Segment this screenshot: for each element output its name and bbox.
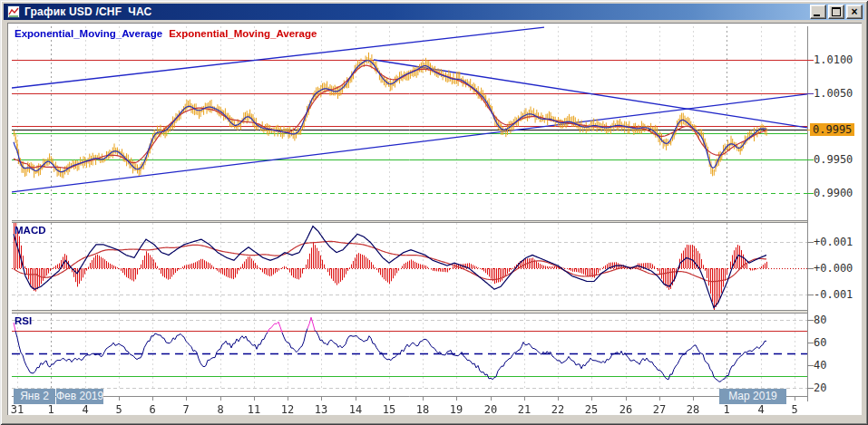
x-axis-day-label: 5 (782, 403, 807, 416)
rsi-axis-label: 20 (814, 382, 826, 394)
rsi-panel-label: RSI (15, 315, 32, 326)
indicator-legend: Exponential_Moving_AverageExponential_Mo… (15, 28, 317, 39)
price-axis-label-tick (807, 60, 814, 61)
price-axis-label-tick (807, 159, 814, 160)
window-title: График USD /CHF ЧАС (24, 5, 808, 18)
month-marker-label: Янв 2 (14, 389, 55, 404)
macd-chart-canvas[interactable] (12, 223, 807, 310)
x-axis-day-label: 4 (748, 403, 774, 416)
macd-axis-label: -0.001 (814, 288, 853, 301)
close-icon: × (851, 7, 857, 16)
x-axis-day-label: 21 (512, 403, 537, 416)
x-axis-day-label: 20 (478, 403, 503, 416)
rsi-axis-label-tick (807, 343, 814, 343)
macd-axis-label: +0.001 (814, 236, 853, 248)
rsi-axis-label-tick (807, 365, 814, 366)
maximize-button[interactable] (828, 5, 844, 19)
rsi-axis-label: 40 (814, 359, 826, 372)
price-axis-label: 1.0100 (814, 53, 853, 66)
rsi-axis-label: 80 (814, 314, 826, 326)
time-axis-canvas (12, 391, 807, 401)
macd-axis-label-tick (807, 295, 814, 295)
price-axis-label-tick (807, 93, 814, 94)
x-axis-day-label: 25 (579, 403, 604, 416)
x-axis-day-label: 6 (140, 403, 165, 416)
x-axis-day-label: 1 (38, 403, 63, 416)
macd-axis-label-tick (807, 268, 814, 269)
x-axis-day-label: 27 (647, 403, 672, 416)
x-axis-day-label: 11 (241, 403, 267, 416)
rsi-chart-canvas[interactable] (12, 314, 807, 391)
x-axis-day-label: 7 (173, 403, 199, 416)
price-axis-label: 1.0050 (814, 87, 853, 100)
chart-app-icon (7, 5, 20, 18)
macd-axis-label: +0.000 (814, 262, 853, 275)
application-window: График USD /CHF ЧАС × Exponential_Moving… (0, 0, 868, 425)
minimize-icon (814, 14, 820, 16)
x-axis-day-label: 18 (410, 403, 435, 416)
minimize-button[interactable] (810, 5, 826, 19)
price-axis-label-tick (807, 193, 814, 194)
price-axis-label: 0.9900 (814, 187, 853, 199)
x-axis-day-label: 19 (444, 403, 469, 416)
legend-ema-fast: Exponential_Moving_Average (15, 28, 162, 39)
x-axis-day-label: 12 (275, 403, 300, 416)
x-axis-day-label: 22 (545, 403, 571, 416)
price-chart-canvas[interactable] (12, 26, 807, 220)
month-marker-label: Мар 2019 (719, 389, 786, 404)
x-axis-day-label: 13 (308, 403, 334, 416)
rsi-axis-label-tick (807, 320, 814, 321)
legend-ema-slow: Exponential_Moving_Average (169, 28, 317, 39)
price-axis-label: 0.9950 (814, 153, 853, 166)
macd-panel-label: MACD (15, 225, 46, 236)
rsi-axis-label: 60 (814, 336, 826, 349)
rsi-axis-label-tick (807, 388, 814, 389)
x-axis-day-label: 8 (208, 403, 233, 416)
x-axis-day-label: 15 (376, 403, 402, 416)
x-axis-day-label: 31 (5, 403, 30, 416)
current-price-label: 0.9995 (810, 123, 854, 136)
x-axis-day-label: 1 (714, 403, 739, 416)
x-axis-day-label: 28 (680, 403, 706, 416)
x-axis-day-label: 14 (343, 403, 368, 416)
maximize-icon (832, 7, 841, 16)
x-axis-day-label: 26 (613, 403, 639, 416)
close-button[interactable]: × (846, 5, 863, 19)
title-bar[interactable]: График USD /CHF ЧАС × (4, 4, 864, 20)
x-axis-day-label: 4 (73, 403, 98, 416)
month-marker-label: Фев 2019 (56, 389, 103, 404)
x-axis-day-label: 5 (106, 403, 132, 416)
price-axis-line (807, 26, 808, 401)
macd-axis-label-tick (807, 242, 814, 243)
price-axis-label-tick (807, 130, 814, 130)
